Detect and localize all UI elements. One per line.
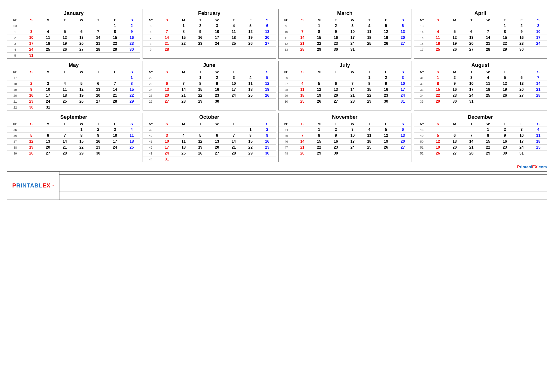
- day-cell: 1: [311, 127, 328, 133]
- day-cell: [107, 53, 123, 59]
- day-cell: 29: [242, 150, 259, 156]
- week-number: 24: [143, 87, 159, 93]
- table-row: 821222324252627: [143, 41, 276, 47]
- day-cell: 22: [480, 145, 496, 150]
- day-cell: 31: [513, 150, 530, 156]
- day-cell: 8: [73, 133, 90, 139]
- day-cell: 29: [73, 150, 90, 156]
- day-cell: 28: [480, 47, 496, 53]
- day-cell: 5: [192, 133, 209, 139]
- notes-line-3[interactable]: [59, 191, 547, 200]
- col-header-0: Nº: [7, 69, 23, 75]
- month-title-february: February: [143, 9, 276, 17]
- table-row: 2212345: [143, 75, 276, 81]
- day-cell: 12: [259, 81, 276, 87]
- day-cell: [294, 75, 311, 81]
- col-header-7: S: [394, 17, 411, 23]
- col-header-1: S: [294, 17, 311, 23]
- day-cell: 10: [513, 133, 530, 139]
- col-header-5: T: [361, 121, 378, 127]
- day-cell: 18: [225, 35, 242, 41]
- week-number: 10: [278, 29, 294, 35]
- week-number: 39: [7, 150, 23, 156]
- day-cell: 9: [23, 87, 40, 93]
- day-cell: 10: [344, 29, 361, 35]
- day-cell: 17: [23, 41, 40, 47]
- day-cell: 6: [259, 23, 276, 29]
- day-cell: 5: [23, 133, 40, 139]
- day-cell: 23: [259, 145, 276, 150]
- day-cell: [175, 47, 192, 53]
- week-number: 32: [414, 81, 430, 87]
- day-cell: 6: [73, 29, 90, 35]
- week-number: 34: [414, 93, 430, 98]
- day-cell: 3: [344, 127, 361, 133]
- col-header-4: W: [344, 17, 361, 23]
- day-cell: 21: [56, 145, 73, 150]
- day-cell: [225, 98, 242, 105]
- day-cell: [530, 98, 547, 105]
- day-cell: 1: [73, 127, 90, 133]
- day-cell: 26: [496, 93, 513, 98]
- day-cell: 29: [480, 150, 496, 156]
- day-cell: 12: [56, 35, 73, 41]
- day-cell: 24: [463, 93, 480, 98]
- table-row: 1114151617181920: [278, 35, 411, 41]
- day-cell: 25: [361, 145, 378, 150]
- day-cell: [496, 98, 513, 105]
- month-table-february: NºSMTWTFS5123456678910111213714151617181…: [143, 17, 276, 52]
- col-header-2: M: [446, 17, 463, 23]
- day-cell: 6: [446, 133, 463, 139]
- table-row: 4324252627282930: [143, 150, 276, 156]
- day-cell: 8: [496, 29, 513, 35]
- day-cell: 11: [361, 29, 378, 35]
- week-number: 53: [7, 23, 23, 29]
- notes-line-2[interactable]: [59, 183, 547, 191]
- col-header-2: M: [175, 17, 192, 23]
- week-number: 33: [414, 87, 430, 93]
- day-cell: [159, 127, 175, 133]
- day-cell: 2: [328, 127, 344, 133]
- month-block-december: DecemberNºSMTWTFS48123449567891011501213…: [414, 113, 547, 162]
- day-cell: 8: [480, 133, 496, 139]
- table-row: 2123242526272829: [7, 98, 140, 105]
- table-row: 4217181920212223: [143, 145, 276, 150]
- day-cell: 15: [311, 139, 328, 145]
- day-cell: 16: [446, 87, 463, 93]
- day-cell: 15: [480, 139, 496, 145]
- day-cell: 24: [513, 145, 530, 150]
- day-cell: 15: [311, 35, 328, 41]
- notes-line-1[interactable]: [59, 175, 547, 183]
- day-cell: 18: [56, 93, 73, 98]
- month-title-september: September: [7, 113, 140, 121]
- day-cell: 3: [530, 23, 547, 29]
- week-number: 30: [278, 98, 294, 105]
- day-cell: [23, 23, 40, 29]
- day-cell: 17: [463, 87, 480, 93]
- day-cell: [73, 23, 90, 29]
- day-cell: [242, 156, 259, 162]
- day-cell: [225, 127, 242, 133]
- day-cell: 21: [463, 145, 480, 150]
- day-cell: 3: [225, 75, 242, 81]
- day-cell: 1: [175, 23, 192, 29]
- day-cell: 23: [496, 145, 513, 150]
- col-header-6: F: [378, 17, 394, 23]
- day-cell: 31: [344, 47, 361, 53]
- day-cell: 22: [361, 93, 378, 98]
- day-cell: 22: [73, 145, 90, 150]
- day-cell: [192, 156, 209, 162]
- day-cell: 27: [463, 47, 480, 53]
- day-cell: 9: [496, 133, 513, 139]
- day-cell: 15: [123, 87, 140, 93]
- col-header-1: S: [23, 69, 40, 75]
- day-cell: 31: [159, 156, 175, 162]
- col-header-4: W: [209, 17, 225, 23]
- table-row: 4614151617181920: [278, 139, 411, 145]
- day-cell: 5: [311, 81, 328, 87]
- day-cell: 17: [209, 35, 225, 41]
- day-cell: 23: [209, 93, 225, 98]
- col-header-3: T: [56, 69, 73, 75]
- day-cell: 27: [90, 98, 107, 105]
- col-header-6: F: [107, 121, 123, 127]
